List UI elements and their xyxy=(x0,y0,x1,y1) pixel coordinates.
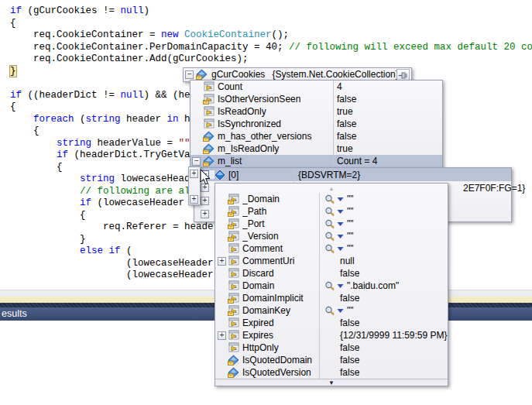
property-value-cell: false xyxy=(319,354,448,366)
code-segment: (); xyxy=(272,29,290,40)
member-row[interactable]: IsSynchronizedfalse xyxy=(190,118,442,130)
property-value: false xyxy=(340,342,359,353)
property-row[interactable]: Expiredfalse xyxy=(215,317,448,329)
cookie-properties-window: ▲_Domain""_Path""_Port""_Version""Commen… xyxy=(215,183,448,386)
property-row[interactable]: +CommentUrinull xyxy=(215,255,448,267)
item-icon xyxy=(215,170,225,180)
property-row[interactable]: Domain".baidu.com" xyxy=(215,280,448,292)
property-value-cell: false xyxy=(319,317,448,329)
code-segment xyxy=(10,114,33,125)
property-row[interactable]: DomainImplicitfalse xyxy=(215,292,448,304)
property-row[interactable]: Discardfalse xyxy=(215,267,448,280)
magnifier-icon[interactable] xyxy=(324,207,335,217)
visualizer-dropdown-icon[interactable] xyxy=(337,283,344,289)
expand-expander[interactable]: + xyxy=(218,257,226,266)
item-value-fragment: 2E7F0F:FG=1} xyxy=(463,183,525,194)
visualizer-dropdown-icon[interactable] xyxy=(337,209,344,215)
magnifier-icon[interactable] xyxy=(324,219,335,229)
magnifier-icon[interactable] xyxy=(324,232,335,242)
code-segment: } xyxy=(10,66,16,77)
property-row[interactable]: _Path"" xyxy=(215,205,448,218)
member-row[interactable]: m_has_other_versionsfalse xyxy=(190,130,442,142)
member-row[interactable]: IsOtherVersionSeenfalse xyxy=(190,93,442,105)
code-segment xyxy=(179,29,185,40)
icon-cell xyxy=(228,305,242,316)
property-row[interactable]: HttpOnlyfalse xyxy=(215,342,448,354)
property-row[interactable]: +Expires{12/31/9999 11:59:59 PM} xyxy=(215,329,448,342)
property-row[interactable]: _Version"" xyxy=(215,230,448,242)
property-value: false xyxy=(340,293,359,304)
magnifier-icon[interactable] xyxy=(324,281,335,291)
property-name: Expired xyxy=(242,317,319,328)
icon-cell xyxy=(203,81,218,92)
collection-window-edge: ++ xyxy=(188,166,201,205)
property-value: {12/31/9999 11:59:59 PM} xyxy=(340,330,448,341)
collapse-expander[interactable]: − xyxy=(185,70,194,79)
property-value-cell: false xyxy=(319,292,448,304)
collection-item-row[interactable]: −[0]{BDSVRTM=2} xyxy=(194,168,511,181)
code-segment: if xyxy=(109,245,121,256)
visualizer-dropdown-icon[interactable] xyxy=(337,246,344,252)
property-row[interactable]: _Domain"" xyxy=(215,193,448,205)
member-value: 4 xyxy=(333,81,442,93)
results-panel-title: esults xyxy=(0,307,27,319)
member-row[interactable]: m_IsReadOnlytrue xyxy=(190,142,442,155)
prop-icon xyxy=(203,81,215,92)
visualizer-dropdown-icon[interactable] xyxy=(337,197,344,202)
property-row[interactable]: Comment"" xyxy=(215,242,448,255)
expand-expander[interactable]: + xyxy=(201,197,209,205)
code-segment: header xyxy=(121,114,167,125)
property-name: _Port xyxy=(242,218,319,229)
icon-cell xyxy=(228,206,242,217)
visualizer-dropdown-icon[interactable] xyxy=(337,234,344,239)
datatip-header[interactable]: − gCurCookies {System.Net.CookieCollecti… xyxy=(184,68,411,81)
visual-studio-debug-screen: if (gCurCookies != null) { req.CookieCon… xyxy=(0,0,532,405)
magnifier-icon[interactable] xyxy=(324,306,335,316)
code-segment: string xyxy=(57,138,91,149)
variable-type: {System.Net.CookieCollection} xyxy=(272,69,398,80)
property-value-cell: {12/31/9999 11:59:59 PM} xyxy=(319,329,448,342)
magnifier-icon[interactable] xyxy=(324,244,335,254)
property-row[interactable]: IsQuotedVersionfalse xyxy=(215,366,448,379)
code-segment xyxy=(10,173,80,184)
property-value: ".baidu.com" xyxy=(347,280,399,291)
field-icon xyxy=(228,367,239,378)
visualizer-dropdown-icon[interactable] xyxy=(337,308,344,314)
magnifier-icon[interactable] xyxy=(324,194,335,204)
property-value-cell: "" xyxy=(319,242,448,255)
code-segment: CookieContainer xyxy=(184,29,272,40)
property-name: CommentUri xyxy=(242,256,319,266)
property-row[interactable]: DomainKey"" xyxy=(215,304,448,317)
code-segment: null xyxy=(121,90,144,101)
collapse-expander[interactable]: − xyxy=(192,157,201,166)
property-value-cell: "" xyxy=(319,205,448,218)
expand-expander[interactable]: + xyxy=(190,195,198,204)
scroll-down-strip[interactable]: ▼ xyxy=(215,379,448,387)
code-segment: string xyxy=(86,114,121,125)
member-row[interactable]: −m_listCount = 4 xyxy=(190,155,442,167)
property-value-cell: ".baidu.com" xyxy=(319,280,448,292)
code-segment xyxy=(10,138,57,149)
scroll-up-icon[interactable]: ▲ xyxy=(329,186,335,191)
expand-expander[interactable]: + xyxy=(190,170,198,178)
visualizer-dropdown-icon[interactable] xyxy=(337,221,344,227)
property-value-cell: false xyxy=(319,267,448,280)
property-value-cell: "" xyxy=(319,193,448,205)
icon-cell xyxy=(228,280,242,291)
property-row[interactable]: _Port"" xyxy=(215,218,448,230)
property-value: "" xyxy=(347,243,354,254)
code-segment: ((headerDict != xyxy=(22,90,121,101)
property-name: DomainKey xyxy=(242,305,319,316)
icon-cell xyxy=(228,330,242,341)
property-row[interactable]: IsQuotedDomainfalse xyxy=(215,354,448,366)
variable-name: gCurCookies xyxy=(211,69,265,80)
expand-expander[interactable]: + xyxy=(201,210,209,218)
item-name: [0] xyxy=(228,170,293,180)
expand-expander[interactable]: + xyxy=(218,331,226,340)
member-row[interactable]: Count4 xyxy=(190,81,442,93)
member-value: true xyxy=(333,142,442,155)
scroll-down-icon[interactable]: ▼ xyxy=(328,380,335,386)
icon-cell xyxy=(228,355,242,366)
member-row[interactable]: IsReadOnlytrue xyxy=(190,105,442,118)
scroll-up-strip[interactable]: ▲ xyxy=(215,184,448,193)
